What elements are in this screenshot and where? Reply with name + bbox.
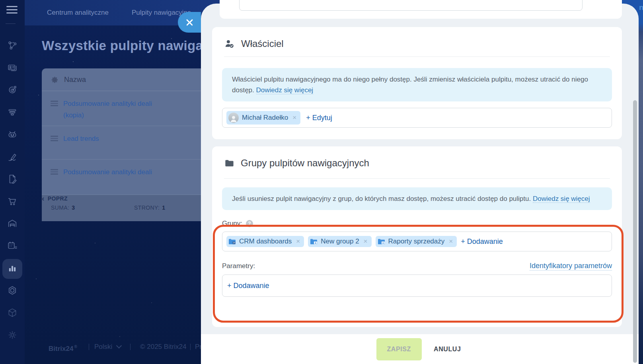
sidebar-item-sign[interactable] — [0, 146, 25, 169]
pen-icon — [7, 152, 18, 164]
table-row[interactable]: Podsumowanie analityki deali (kopia) — [42, 91, 206, 126]
owner-chip[interactable]: Michał Radełko × — [226, 111, 300, 125]
sidebar-item-contact-center[interactable] — [0, 57, 25, 80]
table-row[interactable]: Podsumowanie analityki deali — [42, 160, 206, 195]
group-name: Raporty sprzedaży — [388, 237, 445, 245]
footer-divider — [89, 344, 89, 350]
group-name: CRM dashboards — [239, 237, 292, 245]
group-chip[interactable]: 24 CRM dashboards × — [226, 236, 304, 247]
parameters-field-label: Parametry: — [222, 262, 255, 270]
warehouse-icon — [7, 218, 18, 230]
sidebar-item-warehouse[interactable] — [0, 213, 25, 236]
previous-page-button[interactable]: ‹ POPRZ — [42, 195, 206, 202]
group-chip[interactable]: Raporty sprzedaży × — [376, 236, 457, 247]
help-icon[interactable]: ? — [246, 220, 253, 227]
hamburger-menu-icon[interactable] — [6, 6, 18, 14]
page-count: STRONY:1 — [134, 204, 165, 211]
parameter-ids-link[interactable]: Identyfikatory parametrów — [530, 262, 612, 271]
chevron-down-icon — [116, 343, 122, 348]
owner-check-icon — [224, 38, 235, 49]
group-name: New group 2 — [321, 237, 359, 245]
bar-chart-icon — [7, 263, 18, 275]
hexagon-icon — [7, 285, 18, 297]
footer-copyright: © 2025 Bitrix24 — [140, 341, 186, 352]
dashboard-link[interactable]: Lead trends — [63, 133, 99, 159]
owner-info-box: Właściciel pulpitu nawigacyjnego ma do n… — [222, 68, 612, 101]
column-header-name[interactable]: Nazwa — [64, 76, 86, 84]
groups-section-title: Grupy pulpitów nawigacyjnych — [241, 158, 369, 169]
svg-text:24: 24 — [233, 241, 235, 244]
add-group-link[interactable]: + Dodawanie — [461, 237, 503, 246]
cube-icon — [7, 308, 18, 319]
groups-field-label: Grupy: — [222, 220, 242, 228]
sidebar-item-automation[interactable] — [0, 124, 25, 146]
drag-handle-icon[interactable] — [51, 136, 58, 159]
scrollbar-thumb[interactable] — [633, 100, 637, 363]
dashboard-link[interactable]: Podsumowanie analityki deali (kopia) — [63, 98, 171, 126]
parameters-field[interactable]: + Dodawanie — [222, 274, 612, 297]
sidebar-item-documents[interactable] — [0, 169, 25, 191]
sidebar-item-shop[interactable] — [0, 191, 25, 213]
owner-learn-more-link[interactable]: Dowiedz się więcej — [256, 86, 314, 94]
document-edit-icon — [7, 174, 18, 186]
remove-owner-icon[interactable]: × — [292, 114, 296, 122]
sidebar-item-cube[interactable] — [0, 302, 25, 325]
remove-group-icon[interactable]: × — [449, 237, 453, 245]
divider — [224, 178, 610, 179]
dashboard-link[interactable]: Podsumowanie analityki deali — [63, 166, 152, 195]
divider — [224, 56, 610, 57]
dashboard-settings-slider: Właściciel Właściciel pulpitu nawigacyjn… — [201, 4, 639, 364]
folder-user-icon — [310, 238, 318, 245]
background-slider-edge: n — [639, 0, 643, 364]
groups-learn-more-link[interactable]: Dowiedz się więcej — [533, 195, 590, 203]
close-slider-button[interactable] — [178, 12, 201, 33]
menu-item-analytics-hub[interactable]: Centrum analityczne — [47, 0, 109, 25]
add-parameter-link[interactable]: + Dodawanie — [227, 282, 269, 290]
owner-section-title: Właściciel — [241, 38, 284, 49]
sidebar-item-crm-network[interactable] — [0, 35, 25, 57]
folder-icon — [224, 158, 235, 169]
remove-group-icon[interactable]: × — [296, 237, 300, 245]
language-selector[interactable]: Polski — [94, 341, 121, 352]
owner-name: Michał Radełko — [242, 114, 288, 122]
left-icon-rail — [0, 0, 25, 364]
folder-24-icon: 24 — [228, 238, 236, 245]
table-header-row: Nazwa — [42, 68, 206, 91]
active-item-background — [2, 259, 22, 279]
funnel-icon — [7, 107, 18, 119]
cancel-button[interactable]: ANULUJ — [431, 345, 464, 353]
clipped-menu-fragment: n — [639, 3, 643, 12]
group-chip[interactable]: New group 2 × — [308, 236, 371, 247]
edit-owner-link[interactable]: + Edytuj — [306, 114, 332, 122]
cart-icon — [7, 196, 18, 208]
chevron-left-icon: ‹ — [42, 195, 45, 202]
target-icon — [7, 85, 18, 97]
app-root: Centrum analityczne Pulpity nawigacyjne — [0, 0, 643, 364]
robot-icon — [7, 129, 18, 141]
table-row[interactable]: Lead trends — [42, 126, 206, 160]
groups-section-card: Grupy pulpitów nawigacyjnych Jeśli usuni… — [212, 146, 622, 327]
groups-field[interactable]: 24 CRM dashboards × New group 2 × — [222, 232, 612, 251]
save-button[interactable]: ZAPISZ — [376, 338, 422, 360]
drag-handle-icon[interactable] — [51, 169, 58, 195]
sidebar-item-analytics[interactable] — [0, 258, 25, 280]
drag-handle-icon[interactable] — [51, 101, 58, 126]
rail-divider — [6, 23, 16, 24]
contact-card-icon — [7, 62, 18, 74]
total-count: SUMA:3 — [51, 204, 75, 211]
footer-brand: Bitrix24® — [49, 341, 77, 352]
sidebar-item-settings[interactable] — [0, 325, 25, 347]
remove-group-icon[interactable]: × — [364, 237, 368, 245]
title-card-clipped — [220, 0, 622, 19]
sidebar-item-hexagon[interactable] — [0, 280, 25, 302]
owner-field[interactable]: Michał Radełko × + Edytuj — [222, 108, 612, 128]
groups-info-box: Jeśli usuniesz pulpit nawigacyjny z grup… — [222, 187, 612, 210]
footer-divider — [190, 344, 191, 350]
close-icon — [186, 18, 194, 26]
sidebar-item-sales-funnel[interactable] — [0, 102, 25, 124]
dashboards-table: Nazwa Podsumowanie analityki deali (kopi… — [42, 68, 206, 221]
sidebar-item-tasks-calendar[interactable] — [0, 236, 25, 258]
dashboard-name-input[interactable] — [239, 0, 583, 11]
grid-settings-gear-icon[interactable] — [51, 76, 59, 84]
sidebar-item-marketing[interactable] — [0, 80, 25, 102]
